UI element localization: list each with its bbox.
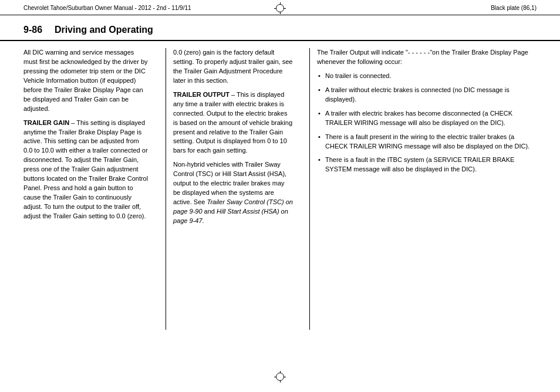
header: Chevrolet Tahoe/Suburban Owner Manual - … <box>0 0 560 15</box>
list-item: A trailer with electric brakes has becom… <box>317 109 537 128</box>
list-item: There is a fault in the ITBC system (a S… <box>317 156 537 174</box>
column-3: The Trailer Output will indicate "- - - … <box>317 48 537 330</box>
list-item: A trailer without electric brakes is con… <box>317 86 537 104</box>
page-number: 9-86 <box>23 25 42 35</box>
list-item: There is a fault present in the wiring t… <box>317 133 537 151</box>
col1-para2-text: – This setting is displayed anytime the … <box>23 119 148 219</box>
footer-crosshair <box>274 371 286 383</box>
header-left: Chevrolet Tahoe/Suburban Owner Manual - … <box>23 5 191 11</box>
footer-crosshair-circle <box>276 373 284 381</box>
page: Chevrolet Tahoe/Suburban Owner Manual - … <box>0 0 560 392</box>
column-2: 0.0 (zero) gain is the factory default s… <box>173 48 302 330</box>
col1-para2: TRAILER GAIN – This setting is displayed… <box>23 119 149 221</box>
content-area: All DIC warning and service messages mus… <box>0 48 560 330</box>
list-item: No trailer is connected. <box>317 72 537 81</box>
col3-bullet-list: No trailer is connected. A trailer witho… <box>317 72 537 174</box>
header-right: Black plate (86,1) <box>491 5 537 11</box>
header-crosshair-circle <box>276 4 284 12</box>
footer <box>274 371 286 383</box>
col1-col2-divider <box>166 48 166 330</box>
col2-para3: Non-hybrid vehicles with Trailer Sway Co… <box>173 160 293 226</box>
col1-heading2: TRAILER GAIN <box>23 119 69 126</box>
col2-para2: TRAILER OUTPUT – This is displayed any t… <box>173 90 293 156</box>
section-title: Driving and Operating <box>44 25 153 35</box>
col2-para1: 0.0 (zero) gain is the factory default s… <box>173 48 293 86</box>
column-1: All DIC warning and service messages mus… <box>23 48 158 330</box>
title-section: 9-86 Driving and Operating <box>0 15 560 41</box>
col2-para2-text: – This is displayed any time a trailer w… <box>173 91 292 154</box>
header-crosshair <box>274 2 286 14</box>
header-center <box>274 2 286 14</box>
col1-para1: All DIC warning and service messages mus… <box>23 48 149 114</box>
col2-col3-divider <box>309 48 310 330</box>
col3-intro: The Trailer Output will indicate "- - - … <box>317 48 537 67</box>
col2-heading2: TRAILER OUTPUT <box>173 91 230 98</box>
